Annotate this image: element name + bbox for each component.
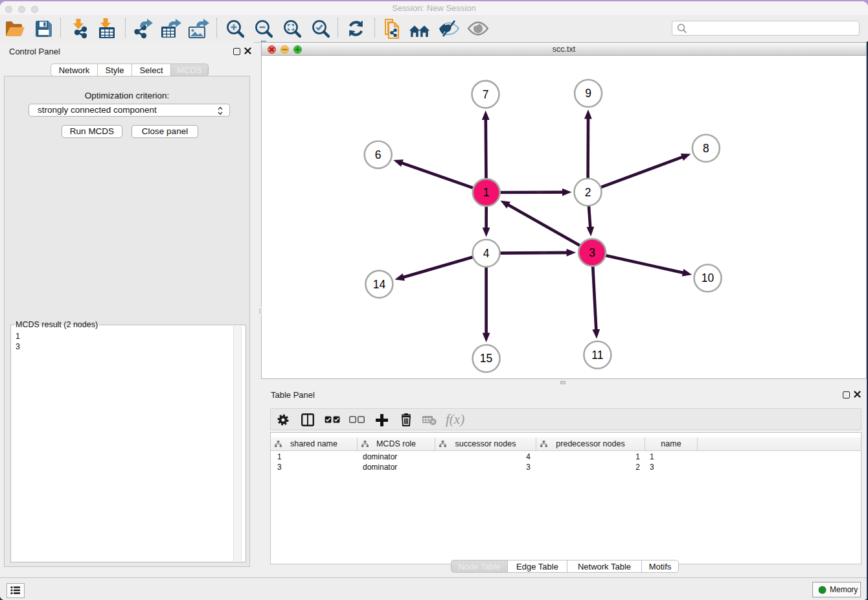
- svg-text:10: 10: [702, 271, 714, 284]
- svg-text:15: 15: [480, 352, 492, 365]
- svg-text:2: 2: [585, 186, 591, 199]
- svg-text:4: 4: [483, 247, 490, 260]
- svg-text:7: 7: [483, 88, 489, 101]
- svg-text:14: 14: [373, 278, 386, 291]
- svg-text:3: 3: [589, 246, 595, 259]
- svg-text:9: 9: [585, 87, 591, 100]
- svg-text:6: 6: [375, 148, 382, 161]
- svg-text:11: 11: [591, 349, 603, 362]
- svg-text:8: 8: [703, 142, 709, 155]
- svg-text:1: 1: [483, 186, 490, 199]
